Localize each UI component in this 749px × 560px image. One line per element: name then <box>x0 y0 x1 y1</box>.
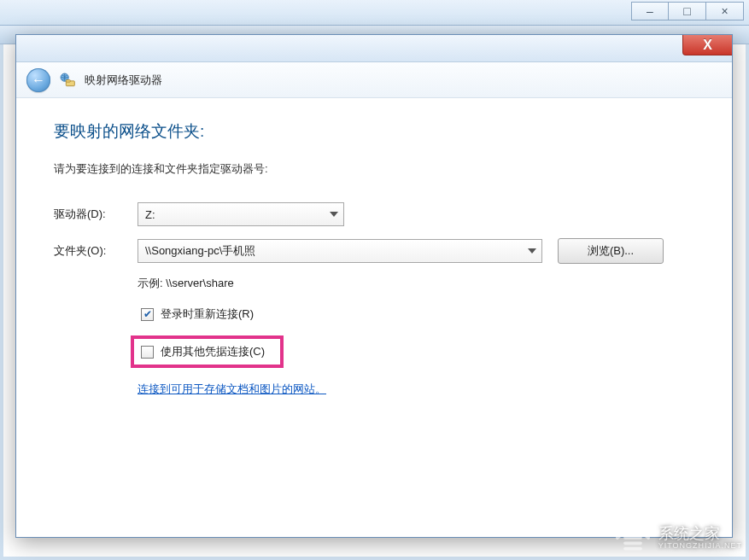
svg-rect-2 <box>66 79 70 82</box>
dialog-close-button[interactable]: X <box>682 35 732 55</box>
connect-website-link[interactable]: 连接到可用于存储文档和图片的网站。 <box>138 382 326 397</box>
folder-combobox[interactable]: \\Songxiang-pc\手机照 <box>138 239 542 263</box>
dialog-header: ← 映射网络驱动器 <box>16 62 732 98</box>
instruction-text: 请为要连接到的连接和文件夹指定驱动器号: <box>54 161 694 177</box>
example-text: 示例: \\server\share <box>138 276 694 291</box>
page-heading: 要映射的网络文件夹: <box>54 120 694 143</box>
folder-value: \\Songxiang-pc\手机照 <box>145 243 255 259</box>
network-drive-icon <box>59 72 76 89</box>
other-credentials-checkbox-row[interactable]: 使用其他凭据连接(C) <box>138 342 268 361</box>
chevron-down-icon <box>528 248 536 254</box>
drive-row: 驱动器(D): Z: <box>54 202 694 226</box>
reconnect-checkbox[interactable]: ✔ <box>141 308 154 321</box>
back-icon[interactable]: ← <box>26 68 50 92</box>
drive-label: 驱动器(D): <box>54 207 122 222</box>
watermark: 系统之家 YITONGZHIJIA.NET <box>614 521 742 555</box>
highlighted-option: 使用其他凭据连接(C) <box>131 335 284 368</box>
parent-window-titlebar: – □ × <box>0 0 749 26</box>
map-network-drive-dialog: X ← 映射网络驱动器 要映射的网络文件夹: 请为要连接到的连接和文件夹指定驱动… <box>15 34 733 538</box>
other-credentials-checkbox[interactable] <box>141 346 154 359</box>
watermark-subtext: YITONGZHIJIA.NET <box>658 541 742 550</box>
dialog-titlebar: X <box>16 35 732 62</box>
chevron-down-icon <box>330 212 338 217</box>
parent-close-button[interactable]: × <box>706 2 744 20</box>
watermark-logo-icon <box>614 521 652 555</box>
folder-row: 文件夹(O): \\Songxiang-pc\手机照 浏览(B)... <box>54 238 694 264</box>
reconnect-checkbox-row[interactable]: ✔ 登录时重新连接(R) <box>138 305 694 324</box>
parent-maximize-button[interactable]: □ <box>669 2 706 20</box>
watermark-text: 系统之家 <box>658 526 742 542</box>
dialog-title-text: 映射网络驱动器 <box>85 73 162 88</box>
drive-value: Z: <box>145 208 155 221</box>
dialog-content: 要映射的网络文件夹: 请为要连接到的连接和文件夹指定驱动器号: 驱动器(D): … <box>16 98 732 405</box>
drive-select[interactable]: Z: <box>138 202 344 226</box>
reconnect-label: 登录时重新连接(R) <box>161 306 254 322</box>
other-credentials-label: 使用其他凭据连接(C) <box>161 344 265 359</box>
options-block: 示例: \\server\share ✔ 登录时重新连接(R) 使用其他凭据连接… <box>138 276 694 397</box>
parent-minimize-button[interactable]: – <box>631 2 669 20</box>
folder-label: 文件夹(O): <box>54 243 122 259</box>
browse-button[interactable]: 浏览(B)... <box>558 238 664 264</box>
